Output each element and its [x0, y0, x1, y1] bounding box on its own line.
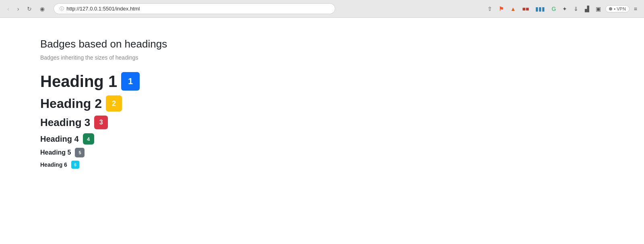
vpn-badge[interactable]: • VPN — [605, 5, 630, 12]
badge-1: 1 — [121, 72, 140, 91]
totp-icon[interactable]: ■■ — [520, 4, 531, 13]
badge-5: 5 — [75, 148, 85, 157]
browser-toolbar: ‹ › ↻ ◉ ⓘ http://127.0.0.1:5501/index.ht… — [0, 0, 644, 18]
badge-3: 3 — [94, 116, 108, 129]
back-button[interactable]: ‹ — [5, 4, 12, 14]
heading-1-row: Heading 11 — [40, 72, 604, 91]
brave-rewards-icon[interactable]: ▲ — [508, 4, 518, 13]
heading-3-text: Heading 3 — [40, 116, 90, 129]
bookmark-button[interactable]: ◉ — [37, 4, 47, 14]
brave-shield-icon[interactable]: ⚑ — [497, 4, 506, 13]
menu-icon[interactable]: ≡ — [632, 4, 639, 13]
heading-3-row: Heading 33 — [40, 116, 604, 129]
heading-4-row: Heading 44 — [40, 133, 604, 145]
url-text: http://127.0.0.1:5501/index.html — [66, 6, 140, 12]
grammarly-icon[interactable]: G — [549, 4, 558, 13]
sidebar-icon[interactable]: ▟ — [583, 4, 591, 13]
headings-container: Heading 11Heading 22Heading 33Heading 44… — [40, 72, 604, 169]
page-content: Badges based on headings Badges inheriti… — [0, 18, 644, 244]
heading-6-row: Heading 66 — [40, 161, 604, 169]
page-title: Badges based on headings — [40, 38, 604, 50]
lock-icon: ⓘ — [60, 6, 64, 12]
heading-2-row: Heading 22 — [40, 95, 604, 112]
heading-2-text: Heading 2 — [40, 96, 102, 111]
heading-4-text: Heading 4 — [40, 134, 79, 144]
heading-1-text: Heading 1 — [40, 72, 117, 91]
badge-2: 2 — [106, 95, 122, 112]
address-bar[interactable]: ⓘ http://127.0.0.1:5501/index.html — [54, 3, 335, 14]
heading-5-text: Heading 5 — [40, 149, 71, 156]
share-icon[interactable]: ⇧ — [485, 4, 494, 13]
heading-6-text: Heading 6 — [40, 161, 67, 168]
extensions-icon[interactable]: ✦ — [560, 4, 569, 13]
vpn-label: • VPN — [614, 6, 626, 11]
reload-button[interactable]: ↻ — [25, 4, 34, 14]
forward-button[interactable]: › — [15, 4, 22, 14]
wallet-icon[interactable]: ▣ — [594, 4, 603, 13]
badge-4: 4 — [83, 133, 94, 145]
vpn-status-dot — [609, 7, 612, 10]
badge-6: 6 — [71, 161, 79, 169]
download-icon[interactable]: ⇓ — [572, 4, 580, 13]
toolbar-icons: ⇧ ⚑ ▲ ■■ ▮▮▮ G ✦ ⇓ ▟ ▣ • VPN ≡ — [485, 4, 639, 13]
stats-icon[interactable]: ▮▮▮ — [533, 4, 547, 13]
page-subtitle: Badges inheriting the sizes of headings — [40, 54, 604, 61]
heading-5-row: Heading 55 — [40, 148, 604, 157]
